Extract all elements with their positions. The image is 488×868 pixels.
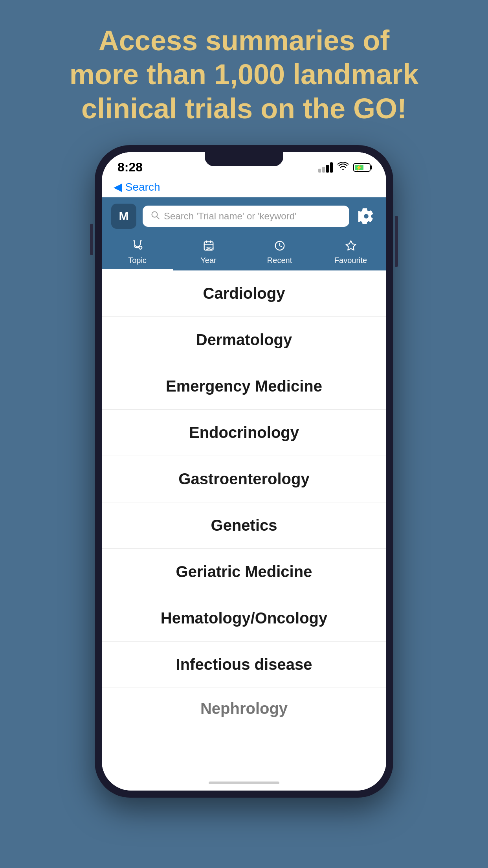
star-icon: [345, 240, 357, 254]
tab-year-label: Year: [200, 256, 216, 265]
search-bar[interactable]: Search 'Trial name' or 'keyword': [143, 206, 349, 227]
tab-favourite-label: Favourite: [334, 256, 367, 265]
status-bar: 8:28 ⚡: [102, 152, 386, 178]
notch: [205, 152, 283, 166]
svg-line-1: [157, 217, 159, 219]
stethoscope-icon: [132, 240, 143, 254]
list-item-label: Emergency Medicine: [166, 377, 322, 395]
status-icons: ⚡: [318, 161, 371, 173]
list-item-label: Genetics: [211, 517, 277, 534]
back-nav[interactable]: ◀ Search: [102, 178, 386, 197]
calendar-icon: 2014: [203, 240, 215, 254]
list-item-partial[interactable]: Nephrology: [102, 688, 386, 725]
app-header: M Search 'Trial name' or 'keyword': [102, 197, 386, 235]
wifi-icon: [338, 161, 349, 173]
list-item-label-partial: Nephrology: [200, 700, 288, 717]
list-item[interactable]: Hematology/Oncology: [102, 595, 386, 642]
phone-frame: 8:28 ⚡: [95, 145, 393, 798]
tab-favourite[interactable]: Favourite: [315, 235, 386, 270]
svg-marker-9: [346, 241, 356, 250]
list-item-label: Gastroenterology: [178, 470, 309, 488]
list-item-label: Geriatric Medicine: [176, 563, 312, 581]
phone-screen: 8:28 ⚡: [102, 152, 386, 791]
tab-topic[interactable]: Topic: [102, 235, 173, 270]
list-item-label: Infectious disease: [176, 656, 312, 673]
back-label[interactable]: ◀ Search: [114, 180, 160, 193]
clock-icon: [274, 240, 286, 254]
headline: Access summaries of more than 1,000 land…: [0, 0, 488, 145]
list-item[interactable]: Infectious disease: [102, 642, 386, 688]
battery-icon: ⚡: [353, 163, 371, 172]
home-indicator-bar: [209, 782, 279, 784]
tab-bar: Topic 2014 Year: [102, 235, 386, 270]
home-indicator: [102, 775, 386, 791]
list-item-label: Endocrinology: [189, 424, 299, 441]
list-item[interactable]: Emergency Medicine: [102, 363, 386, 410]
list-item[interactable]: Endocrinology: [102, 410, 386, 456]
tab-year[interactable]: 2014 Year: [173, 235, 244, 270]
list-item-label: Hematology/Oncology: [161, 609, 328, 627]
svg-text:2014: 2014: [206, 246, 214, 250]
list-item[interactable]: Gastroenterology: [102, 456, 386, 502]
status-time: 8:28: [117, 160, 143, 175]
list-item[interactable]: Genetics: [102, 502, 386, 549]
search-icon: [150, 210, 160, 222]
list-item[interactable]: Geriatric Medicine: [102, 549, 386, 595]
tab-recent[interactable]: Recent: [244, 235, 315, 270]
content-list: Cardiology Dermatology Emergency Medicin…: [102, 270, 386, 775]
list-item[interactable]: Cardiology: [102, 270, 386, 317]
settings-button[interactable]: [356, 206, 377, 227]
tab-recent-label: Recent: [267, 256, 292, 265]
app-logo: M: [111, 204, 136, 229]
list-item-label: Cardiology: [203, 285, 285, 302]
list-item[interactable]: Dermatology: [102, 317, 386, 363]
search-placeholder-text[interactable]: Search 'Trial name' or 'keyword': [164, 211, 297, 222]
list-item-label: Dermatology: [196, 331, 292, 349]
signal-icon: [318, 162, 333, 173]
tab-topic-label: Topic: [128, 256, 147, 265]
